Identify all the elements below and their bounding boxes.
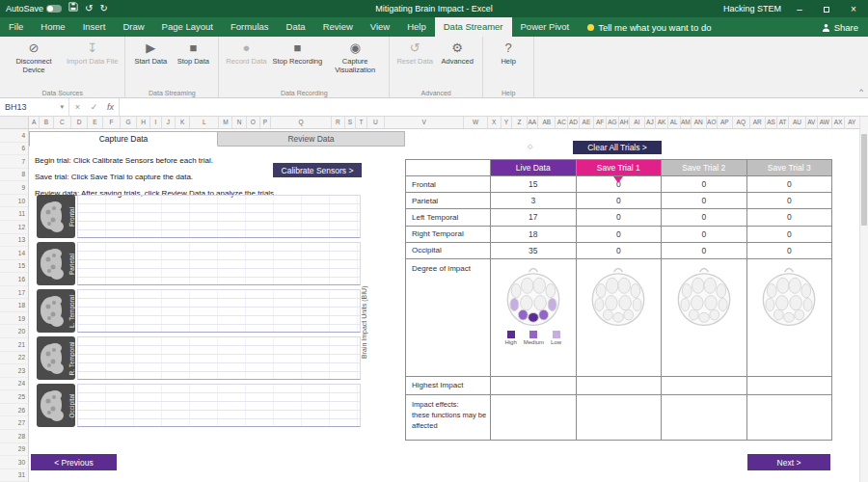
- tab-view[interactable]: View: [362, 17, 398, 37]
- impact-effects-cell[interactable]: [577, 395, 663, 441]
- column-header-aa[interactable]: AA: [528, 117, 538, 128]
- column-header-at[interactable]: AT: [777, 117, 788, 128]
- autosave-toggle[interactable]: AutoSave: [6, 4, 62, 13]
- data-cell[interactable]: 18: [491, 227, 577, 243]
- column-header-ad[interactable]: AD: [568, 117, 579, 128]
- data-cell[interactable]: 0: [747, 176, 833, 193]
- row-header-31[interactable]: 31: [0, 469, 28, 482]
- enter-icon[interactable]: ✓: [86, 102, 102, 112]
- column-header-aj[interactable]: AJ: [645, 117, 656, 128]
- data-cell[interactable]: 0: [577, 227, 663, 243]
- column-header-ap[interactable]: AP: [718, 117, 733, 128]
- row-header-23[interactable]: 23: [0, 364, 28, 378]
- column-header-as[interactable]: AS: [766, 117, 778, 128]
- column-header-am[interactable]: AM: [681, 117, 692, 128]
- tab-data-streamer[interactable]: Data Streamer: [435, 17, 512, 37]
- row-header-14[interactable]: 14: [0, 247, 28, 260]
- highest-impact-cell[interactable]: [747, 377, 833, 395]
- import-data-file-button[interactable]: ↧Import Data File: [64, 40, 121, 75]
- column-header-y[interactable]: Y: [502, 117, 512, 128]
- row-header-15[interactable]: 15: [0, 260, 28, 274]
- data-cell[interactable]: 0: [747, 209, 833, 226]
- close-button[interactable]: ×: [845, 4, 862, 14]
- column-header-s[interactable]: S: [345, 117, 356, 128]
- row-header-4[interactable]: 4: [0, 129, 28, 143]
- column-header-o[interactable]: O: [247, 117, 260, 128]
- column-header-d[interactable]: D: [71, 117, 88, 128]
- column-header-i[interactable]: I: [150, 117, 161, 128]
- highest-impact-cell[interactable]: [491, 377, 577, 395]
- column-header-w[interactable]: W: [464, 117, 487, 128]
- clear-all-trials-button[interactable]: Clear All Trials >: [573, 141, 662, 154]
- row-header-16[interactable]: 16: [0, 273, 28, 286]
- column-header-an[interactable]: AN: [692, 117, 707, 128]
- tab-draw[interactable]: Draw: [114, 17, 152, 37]
- tab-review[interactable]: Review: [314, 17, 362, 37]
- column-header-af[interactable]: AF: [594, 117, 607, 128]
- column-header-ax[interactable]: AX: [832, 117, 845, 128]
- column-header-x[interactable]: X: [488, 117, 502, 128]
- tab-home[interactable]: Home: [32, 17, 73, 37]
- row-header-12[interactable]: 12: [0, 221, 28, 234]
- row-header-20[interactable]: 20: [0, 325, 28, 338]
- stop-recording-button[interactable]: ■Stop Recording: [269, 40, 325, 75]
- impact-effects-cell[interactable]: [662, 395, 747, 441]
- data-cell[interactable]: 0: [747, 193, 833, 209]
- save-icon[interactable]: [68, 0, 78, 17]
- column-header-n[interactable]: N: [232, 117, 246, 128]
- row-header-17[interactable]: 17: [0, 286, 28, 300]
- stop-data-button[interactable]: ■Stop Data: [172, 40, 214, 67]
- select-all-corner[interactable]: [0, 117, 29, 128]
- column-header-ac[interactable]: AC: [556, 117, 568, 128]
- row-header-7[interactable]: 7: [0, 155, 28, 169]
- column-header-ay[interactable]: AY: [845, 117, 859, 128]
- calibrate-sensors-button[interactable]: Calibrate Sensors >: [273, 163, 362, 177]
- column-header-v[interactable]: V: [385, 117, 464, 128]
- record-data-button[interactable]: ●Record Data: [223, 40, 269, 75]
- column-header-f[interactable]: F: [103, 117, 121, 128]
- tab-help[interactable]: Help: [398, 17, 435, 37]
- vertical-scrollbar[interactable]: [859, 117, 868, 482]
- impact-effects-cell[interactable]: [491, 395, 577, 441]
- cancel-icon[interactable]: ×: [69, 102, 86, 112]
- column-header-g[interactable]: G: [121, 117, 137, 128]
- tab-insert[interactable]: Insert: [74, 17, 115, 37]
- column-header-l[interactable]: L: [190, 117, 219, 128]
- data-cell[interactable]: 15: [491, 176, 577, 193]
- column-header-al[interactable]: AL: [668, 117, 681, 128]
- column-header-r[interactable]: R: [332, 117, 345, 128]
- reset-data-button[interactable]: ↺Reset Data: [393, 40, 436, 67]
- redo-icon[interactable]: ↻: [99, 0, 107, 17]
- tab-page-layout[interactable]: Page Layout: [153, 17, 222, 37]
- capture-visualization-button[interactable]: ◉Capture Visualization: [325, 40, 385, 75]
- row-header-29[interactable]: 29: [0, 443, 28, 457]
- data-cell[interactable]: 0: [662, 243, 747, 259]
- row-header-10[interactable]: 10: [0, 195, 28, 208]
- row-header-9[interactable]: 9: [0, 181, 28, 195]
- minimize-button[interactable]: –: [791, 4, 808, 14]
- column-header-ah[interactable]: AH: [619, 117, 630, 128]
- column-header-save-trial-3[interactable]: Save Trial 3: [747, 160, 833, 176]
- column-header-aq[interactable]: AQ: [733, 117, 750, 128]
- data-cell[interactable]: 3: [491, 193, 577, 209]
- data-cell[interactable]: 0: [662, 193, 747, 209]
- row-header-26[interactable]: 26: [0, 404, 28, 417]
- data-cell[interactable]: 17: [491, 209, 577, 226]
- undo-icon[interactable]: ↺: [85, 0, 93, 17]
- column-header-ak[interactable]: AK: [656, 117, 668, 128]
- collapse-ribbon-icon[interactable]: ^: [859, 87, 863, 95]
- start-data-button[interactable]: ▶Start Data: [129, 40, 172, 67]
- data-cell[interactable]: 0: [577, 193, 663, 209]
- column-header-t[interactable]: T: [356, 117, 366, 128]
- row-header-21[interactable]: 21: [0, 338, 28, 352]
- row-header-25[interactable]: 25: [0, 390, 28, 404]
- column-header-ab[interactable]: AB: [538, 117, 556, 128]
- column-header-ag[interactable]: AG: [607, 117, 619, 128]
- row-header-22[interactable]: 22: [0, 352, 28, 365]
- tab-file[interactable]: File: [0, 17, 32, 37]
- row-header-27[interactable]: 27: [0, 416, 28, 430]
- column-header-ai[interactable]: AI: [630, 117, 645, 128]
- row-header-28[interactable]: 28: [0, 430, 28, 443]
- column-header-a[interactable]: A: [29, 117, 40, 128]
- column-header-u[interactable]: U: [367, 117, 385, 128]
